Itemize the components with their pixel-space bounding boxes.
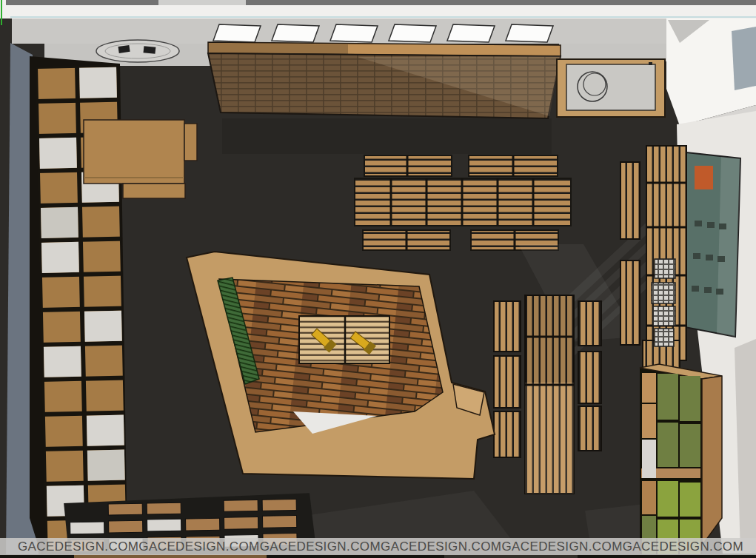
locker-side-panel bbox=[702, 376, 722, 545]
green-locker-unit bbox=[640, 364, 722, 556]
watermark-text: GACEDESIGN.COM bbox=[138, 539, 259, 554]
interior-render bbox=[0, 0, 756, 558]
wall-art-seal bbox=[695, 166, 713, 189]
bench bbox=[494, 356, 521, 408]
right-table-shadow bbox=[525, 295, 574, 383]
locker-left-column bbox=[642, 373, 656, 554]
top-edge-bar-gap bbox=[158, 0, 246, 5]
entry-side-panel bbox=[732, 27, 756, 90]
watermark-bar: GACEDESIGN.COM GACEDESIGN.COM GACEDESIGN… bbox=[0, 538, 756, 555]
watermark-text: GACEDESIGN.COM bbox=[623, 539, 743, 554]
hvac-unit bbox=[557, 59, 665, 117]
wall-art bbox=[685, 152, 740, 337]
watermark-text: GACEDESIGN.COM bbox=[501, 539, 622, 554]
hvac-top-panel bbox=[566, 64, 655, 110]
bench bbox=[494, 411, 521, 457]
watermark-text: GACEDESIGN.COM bbox=[260, 539, 381, 554]
interior-render-viewport: GACEDESIGN.COM GACEDESIGN.COM GACEDESIGN… bbox=[0, 0, 756, 558]
slat-display-wall bbox=[208, 42, 561, 154]
bench bbox=[578, 406, 601, 451]
slat-wall-floor-shadow bbox=[222, 118, 552, 154]
platform-display-table bbox=[299, 316, 389, 363]
bench bbox=[620, 260, 640, 345]
round-table-top bbox=[96, 40, 179, 62]
seat-icon bbox=[144, 46, 156, 54]
bench bbox=[620, 162, 640, 239]
bench bbox=[578, 352, 601, 403]
top-edge-bar bbox=[6, 0, 756, 5]
right-table-light bbox=[525, 383, 574, 494]
bench bbox=[578, 301, 601, 346]
watermark-text: GACEDESIGN.COM bbox=[381, 539, 501, 554]
watermark-text: GACEDESIGN.COM bbox=[18, 539, 138, 554]
bench bbox=[494, 301, 521, 352]
display-baskets bbox=[652, 259, 675, 346]
